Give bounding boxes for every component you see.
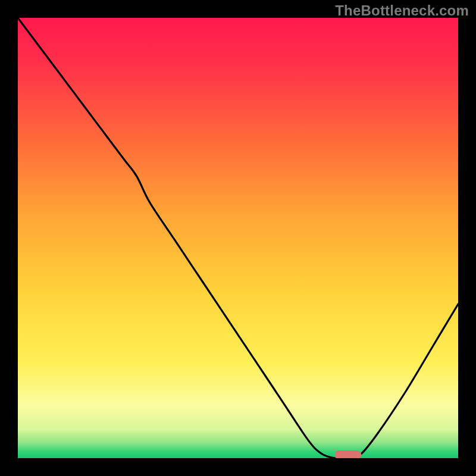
optimal-marker[interactable] xyxy=(335,450,361,459)
plot-background xyxy=(18,18,458,458)
frame-bottom xyxy=(0,458,476,476)
frame-right xyxy=(458,0,476,476)
watermark-text: TheBottleneck.com xyxy=(335,2,469,19)
bottleneck-chart xyxy=(0,0,476,476)
frame-left xyxy=(0,0,18,476)
chart-frame: TheBottleneck.com xyxy=(0,0,476,476)
